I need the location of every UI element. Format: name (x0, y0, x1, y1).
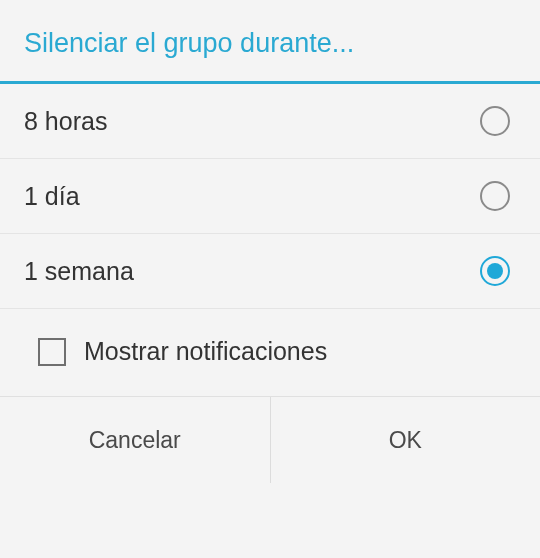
cancel-button[interactable]: Cancelar (0, 397, 271, 483)
option-label: 1 día (24, 182, 80, 211)
dialog-title: Silenciar el grupo durante... (0, 0, 540, 84)
radio-icon (480, 106, 510, 136)
option-8-horas[interactable]: 8 horas (0, 84, 540, 159)
radio-icon (480, 181, 510, 211)
option-label: 1 semana (24, 257, 134, 286)
checkbox-label: Mostrar notificaciones (84, 337, 327, 366)
mute-dialog: Silenciar el grupo durante... 8 horas 1 … (0, 0, 540, 558)
duration-options: 8 horas 1 día 1 semana (0, 84, 540, 309)
option-1-semana[interactable]: 1 semana (0, 234, 540, 309)
dialog-actions: Cancelar OK (0, 397, 540, 483)
checkbox-icon (38, 338, 66, 366)
option-1-dia[interactable]: 1 día (0, 159, 540, 234)
option-label: 8 horas (24, 107, 107, 136)
radio-icon (480, 256, 510, 286)
show-notifications-row[interactable]: Mostrar notificaciones (0, 309, 540, 397)
ok-button[interactable]: OK (271, 397, 541, 483)
